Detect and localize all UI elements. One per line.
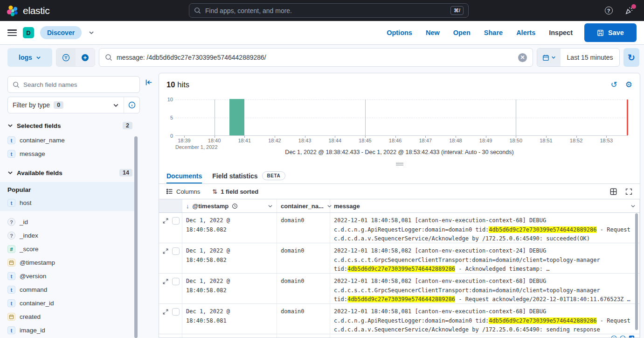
add-filter-button[interactable] bbox=[76, 49, 95, 66]
histogram-bar[interactable] bbox=[229, 99, 244, 135]
columns-button[interactable]: Columns bbox=[166, 188, 200, 195]
message-cell[interactable]: … Request: tid:4db5d6d9c27e730399e574644… bbox=[330, 334, 640, 338]
refresh-button[interactable]: ↻ bbox=[623, 48, 639, 67]
message-cell[interactable]: 2022-12-01 18:40:58,082 [canton-env-exec… bbox=[330, 274, 640, 303]
chevron-down-icon bbox=[551, 55, 556, 60]
field-search-input[interactable] bbox=[23, 81, 135, 88]
row-checkbox[interactable] bbox=[172, 247, 180, 255]
field-item-command[interactable]: tcommand bbox=[7, 283, 132, 296]
doc-expand-icon[interactable] bbox=[162, 248, 169, 254]
column-header-timestamp[interactable]: ↓ @timestamp bbox=[182, 199, 277, 212]
sort-fields-button[interactable]: ⇅ 1 field sorted bbox=[212, 188, 258, 195]
doc-expand-icon[interactable] bbox=[162, 218, 169, 224]
nav-link-open[interactable]: Open bbox=[453, 29, 471, 36]
tab-field-statistics[interactable]: Field statistics BETA bbox=[212, 169, 285, 183]
collapse-sidebar-icon[interactable] bbox=[145, 78, 153, 86]
global-search[interactable]: ⌘/ bbox=[189, 3, 469, 18]
column-header-container-name[interactable]: container_na... bbox=[277, 199, 330, 212]
container-name-cell[interactable]: domain0 bbox=[277, 334, 330, 338]
row-controls bbox=[159, 334, 182, 338]
message-line: 2022-12-01 18:40:58,082 [canton-env-exec… bbox=[334, 277, 636, 286]
x-axis-label: 18:41 bbox=[238, 138, 251, 143]
sidebar-scrollbar[interactable] bbox=[134, 136, 138, 338]
nav-link-new[interactable]: New bbox=[426, 29, 440, 36]
field-item-container_id[interactable]: tcontainer_id bbox=[7, 296, 132, 310]
nav-link-alerts[interactable]: Alerts bbox=[516, 29, 535, 36]
timestamp-cell[interactable]: Dec 1, 2022 @ 18:40:58.082 bbox=[182, 213, 277, 243]
data-view-picker[interactable]: logs bbox=[7, 48, 52, 67]
x-axis-label: 18:50 bbox=[510, 138, 523, 143]
time-range-label[interactable]: Last 15 minutes bbox=[561, 49, 619, 66]
resize-handle[interactable] bbox=[396, 162, 403, 167]
filter-for-icon[interactable] bbox=[611, 335, 617, 338]
field-item-_index[interactable]: ?_index bbox=[7, 229, 132, 242]
field-info-button[interactable] bbox=[124, 97, 139, 113]
space-avatar[interactable]: D bbox=[23, 27, 34, 38]
highlighted-match: 4db5d6d9c27e730399e5746442889286 bbox=[489, 317, 596, 324]
filter-by-type-button[interactable]: Filter by type 0 bbox=[8, 97, 124, 113]
menu-icon[interactable] bbox=[7, 29, 17, 36]
search-icon bbox=[194, 7, 201, 14]
global-search-input[interactable] bbox=[205, 7, 446, 14]
filter-by-type: Filter by type 0 bbox=[7, 97, 140, 113]
field-item-image_id[interactable]: timage_id bbox=[7, 324, 132, 337]
selected-fields-section[interactable]: Selected fields 2 bbox=[7, 122, 132, 129]
elastic-logo[interactable]: elastic bbox=[0, 5, 49, 17]
grid-scrollbar[interactable] bbox=[635, 213, 638, 330]
newsfeed-icon[interactable] bbox=[624, 6, 634, 15]
clear-query-icon[interactable]: ✕ bbox=[518, 53, 527, 62]
field-item-container_name[interactable]: tcontainer_name bbox=[7, 134, 132, 147]
timestamp-cell[interactable]: Dec 1, 2022 @ 18:40:58.081 bbox=[182, 334, 277, 338]
tab-documents[interactable]: Documents bbox=[166, 169, 202, 183]
field-name: command bbox=[20, 286, 47, 293]
chevron-down-icon[interactable] bbox=[89, 30, 94, 35]
field-item-_score[interactable]: #_score bbox=[7, 242, 132, 256]
container-name-cell[interactable]: domain0 bbox=[277, 274, 330, 303]
field-item-@timestamp[interactable]: @timestamp bbox=[7, 256, 132, 269]
doc-expand-icon[interactable] bbox=[162, 309, 169, 315]
field-item-created[interactable]: created bbox=[7, 310, 132, 324]
timestamp-cell[interactable]: Dec 1, 2022 @ 18:40:58.082 bbox=[182, 274, 277, 303]
chevron-down-icon[interactable] bbox=[268, 204, 273, 209]
available-fields-section[interactable]: Available fields 14 bbox=[7, 169, 132, 176]
query-input-box[interactable]: ✕ bbox=[99, 48, 533, 67]
row-checkbox[interactable] bbox=[172, 278, 180, 285]
row-controls bbox=[159, 243, 182, 273]
field-item-host[interactable]: thost bbox=[7, 196, 132, 210]
query-input[interactable] bbox=[117, 54, 514, 61]
filter-out-icon[interactable] bbox=[620, 335, 626, 338]
expand-cell-icon[interactable] bbox=[629, 335, 635, 338]
popular-fields-block: Popular thost bbox=[0, 182, 134, 211]
display-options-icon[interactable] bbox=[610, 188, 617, 195]
row-checkbox[interactable] bbox=[172, 217, 180, 225]
fullscreen-icon[interactable] bbox=[625, 188, 632, 195]
field-search-box[interactable] bbox=[7, 76, 140, 93]
nav-link-inspect[interactable]: Inspect bbox=[549, 29, 573, 36]
field-item-message[interactable]: tmessage bbox=[7, 147, 132, 161]
message-cell[interactable]: 2022-12-01 18:40:58,081 [canton-env-exec… bbox=[330, 213, 640, 243]
date-picker-toggle[interactable] bbox=[537, 49, 561, 66]
available-fields-label: Available fields bbox=[17, 169, 62, 176]
timestamp-cell[interactable]: Dec 1, 2022 @ 18:40:58.081 bbox=[182, 304, 277, 334]
nav-link-options[interactable]: Options bbox=[387, 29, 412, 36]
container-name-cell[interactable]: domain0 bbox=[277, 304, 330, 334]
doc-expand-icon[interactable] bbox=[162, 278, 169, 285]
row-checkbox[interactable] bbox=[172, 308, 180, 316]
save-button[interactable]: Save bbox=[584, 23, 637, 42]
refresh-icon: ↻ bbox=[628, 52, 635, 63]
column-header-message[interactable]: message bbox=[330, 199, 640, 212]
nav-link-share[interactable]: Share bbox=[484, 29, 503, 36]
container-name-cell[interactable]: domain0 bbox=[277, 243, 330, 273]
breadcrumb[interactable]: Discover bbox=[40, 26, 82, 39]
help-icon[interactable]: ? bbox=[604, 6, 613, 15]
filter-list-button[interactable] bbox=[56, 49, 76, 66]
history-icon[interactable]: ↺ bbox=[611, 81, 617, 89]
message-cell[interactable]: 2022-12-01 18:40:58,082 [canton-env-exec… bbox=[330, 243, 640, 273]
gear-icon[interactable]: ⚙ bbox=[625, 81, 632, 89]
timestamp-cell[interactable]: Dec 1, 2022 @ 18:40:58.082 bbox=[182, 243, 277, 273]
field-item-_id[interactable]: ?_id bbox=[7, 215, 132, 229]
chevron-down-icon[interactable] bbox=[630, 204, 636, 209]
container-name-cell[interactable]: domain0 bbox=[277, 213, 330, 243]
message-cell[interactable]: 2022-12-01 18:40:58,081 [canton-env-exec… bbox=[330, 304, 640, 334]
field-item-@version[interactable]: t@version bbox=[7, 269, 132, 283]
